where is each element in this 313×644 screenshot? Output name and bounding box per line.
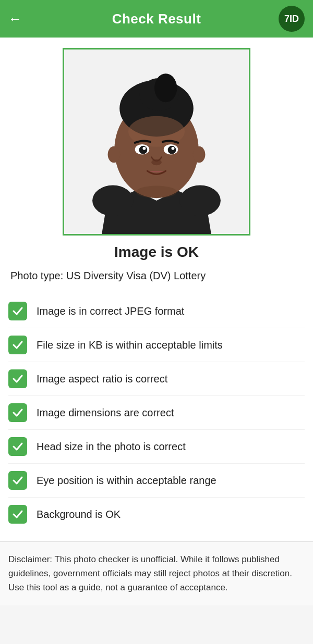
check-icon-7 xyxy=(8,505,27,524)
status-text: Image is OK xyxy=(8,244,305,261)
photo-type-label: Photo type: US Diversity Visa (DV) Lotte… xyxy=(8,270,305,282)
passport-photo xyxy=(64,49,249,234)
check-label-6: Eye position is within acceptable range xyxy=(37,475,216,487)
check-item-1: Image is in correct JPEG format xyxy=(8,294,305,328)
svg-point-12 xyxy=(139,146,148,154)
svg-point-13 xyxy=(168,146,176,154)
svg-point-18 xyxy=(193,146,206,163)
page-title: Check Result xyxy=(112,11,201,27)
photo-container xyxy=(8,48,305,236)
check-label-2: File size in KB is within acceptable lim… xyxy=(37,339,223,351)
check-icon-6 xyxy=(8,471,27,490)
svg-point-8 xyxy=(154,73,177,102)
svg-point-14 xyxy=(142,147,146,150)
check-item-7: Background is OK xyxy=(8,498,305,531)
check-list: Image is in correct JPEG format File siz… xyxy=(8,294,305,531)
check-label-5: Head size in the photo is correct xyxy=(37,441,186,453)
photo-frame xyxy=(63,48,250,236)
check-icon-1 xyxy=(8,302,27,320)
disclaimer-section: Disclaimer: This photo checker is unoffi… xyxy=(0,541,313,605)
check-label-3: Image aspect ratio is correct xyxy=(37,373,167,385)
back-button[interactable]: ← xyxy=(8,11,22,27)
check-icon-2 xyxy=(8,336,27,354)
svg-point-17 xyxy=(108,146,121,163)
svg-point-16 xyxy=(151,159,162,165)
svg-point-3 xyxy=(179,185,221,216)
check-icon-4 xyxy=(8,403,27,422)
check-item-6: Eye position is within acceptable range xyxy=(8,464,305,498)
check-label-1: Image is in correct JPEG format xyxy=(37,305,184,317)
check-icon-3 xyxy=(8,369,27,388)
check-item-3: Image aspect ratio is correct xyxy=(8,362,305,396)
app-logo: 7ID xyxy=(279,6,305,32)
check-item-2: File size in KB is within acceptable lim… xyxy=(8,328,305,362)
check-label-4: Image dimensions are correct xyxy=(37,407,174,419)
svg-point-19 xyxy=(136,186,177,199)
disclaimer-text: Disclaimer: This photo checker is unoffi… xyxy=(8,552,305,595)
header: ← Check Result 7ID xyxy=(0,0,313,38)
svg-point-2 xyxy=(92,185,134,216)
check-label-7: Background is OK xyxy=(37,509,121,521)
svg-point-15 xyxy=(172,147,175,150)
check-icon-5 xyxy=(8,437,27,456)
main-content: Image is OK Photo type: US Diversity Vis… xyxy=(0,38,313,605)
check-item-4: Image dimensions are correct xyxy=(8,396,305,430)
check-item-5: Head size in the photo is correct xyxy=(8,430,305,464)
